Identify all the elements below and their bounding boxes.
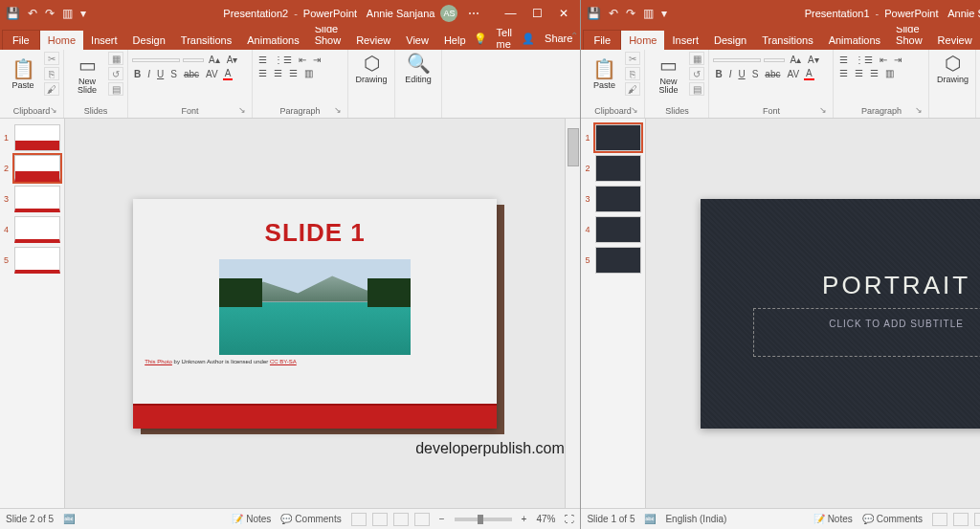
increase-font-icon[interactable]: A▴ <box>207 55 222 65</box>
slide[interactable]: PORTRAIT CLICK TO ADD SUBTITLE <box>701 199 980 429</box>
zoom-level[interactable]: 47% <box>536 514 555 524</box>
strike-button[interactable]: abc <box>763 69 782 79</box>
scroll-thumb[interactable] <box>568 128 579 166</box>
drawing-button[interactable]: ⬡ Drawing <box>352 52 390 84</box>
tab-review[interactable]: Review <box>348 31 398 50</box>
slide-thumb[interactable] <box>14 247 60 274</box>
thumbnail-pane[interactable]: 1 2 3 4 5 <box>581 119 646 508</box>
launcher-icon[interactable]: ↘ <box>334 105 342 115</box>
paste-button[interactable]: 📋 Paste <box>585 57 623 90</box>
spell-check-icon[interactable]: 🔤 <box>63 514 75 524</box>
tab-file[interactable]: File <box>2 30 40 50</box>
font-name-input[interactable] <box>713 58 761 62</box>
paste-button[interactable]: 📋 Paste <box>4 57 42 90</box>
launcher-icon[interactable]: ↘ <box>238 105 246 115</box>
slide-counter[interactable]: Slide 1 of 5 <box>587 514 635 524</box>
save-icon[interactable]: 💾 <box>6 7 20 20</box>
undo-icon[interactable]: ↶ <box>28 7 37 20</box>
format-painter-icon[interactable]: 🖌 <box>625 82 640 96</box>
fit-to-window-icon[interactable]: ⛶ <box>565 514 574 524</box>
align-left-icon[interactable]: ☰ <box>837 68 850 78</box>
reading-view-icon[interactable] <box>393 513 409 526</box>
font-size-input[interactable] <box>764 58 785 62</box>
shadow-button[interactable]: S <box>168 69 179 79</box>
slide-title[interactable]: SLIDE 1 <box>133 199 497 248</box>
zoom-in-icon[interactable]: + <box>522 514 527 524</box>
columns-icon[interactable]: ▥ <box>302 68 315 78</box>
launcher-icon[interactable]: ↘ <box>915 105 923 115</box>
slide-thumb[interactable] <box>14 155 60 182</box>
cut-icon[interactable]: ✂ <box>44 52 59 65</box>
tab-design[interactable]: Design <box>706 31 754 50</box>
start-from-beginning-icon[interactable]: ▥ <box>62 7 73 20</box>
bold-button[interactable]: B <box>132 69 143 79</box>
start-from-beginning-icon[interactable]: ▥ <box>643 7 654 20</box>
bold-button[interactable]: B <box>713 69 724 79</box>
columns-icon[interactable]: ▥ <box>883 68 896 78</box>
zoom-out-icon[interactable]: − <box>439 514 445 524</box>
slide-thumb[interactable] <box>595 247 641 274</box>
format-painter-icon[interactable]: 🖌 <box>44 82 59 96</box>
slide-canvas[interactable]: PORTRAIT CLICK TO ADD SUBTITLE <box>646 119 980 508</box>
spell-check-icon[interactable]: 🔤 <box>644 514 656 524</box>
launcher-icon[interactable]: ↘ <box>819 105 827 115</box>
normal-view-icon[interactable] <box>351 513 367 526</box>
indent-inc-icon[interactable]: ⇥ <box>311 55 323 65</box>
tab-transitions[interactable]: Transitions <box>173 31 239 50</box>
vertical-scrollbar[interactable] <box>565 119 580 508</box>
save-icon[interactable]: 💾 <box>587 7 601 20</box>
font-color-icon[interactable]: A <box>223 68 234 80</box>
sorter-view-icon[interactable] <box>372 513 388 526</box>
tab-home[interactable]: Home <box>40 31 83 50</box>
reset-icon[interactable]: ↺ <box>108 67 123 80</box>
increase-font-icon[interactable]: A▴ <box>788 55 803 65</box>
subtitle-placeholder[interactable]: CLICK TO ADD SUBTITLE <box>753 308 980 357</box>
shadow-button[interactable]: S <box>750 69 761 79</box>
indent-dec-icon[interactable]: ⇤ <box>878 55 889 65</box>
indent-dec-icon[interactable]: ⇤ <box>297 55 308 65</box>
undo-icon[interactable]: ↶ <box>609 7 618 20</box>
tab-insert[interactable]: Insert <box>83 31 125 50</box>
font-color-icon[interactable]: A <box>804 68 814 80</box>
slide-thumb[interactable] <box>595 155 641 182</box>
tab-file[interactable]: File <box>583 30 621 50</box>
user-name[interactable]: Annie Sanjana <box>947 8 980 19</box>
tellme-button[interactable]: Tell me <box>497 27 513 50</box>
underline-button[interactable]: U <box>736 69 746 79</box>
layout-icon[interactable]: ▦ <box>689 52 704 65</box>
strike-button[interactable]: abc <box>182 69 201 79</box>
avatar[interactable]: AS <box>440 5 457 22</box>
close-button[interactable]: ✕ <box>551 0 576 27</box>
slide-thumb[interactable] <box>14 124 60 151</box>
font-size-input[interactable] <box>183 58 204 62</box>
align-right-icon[interactable]: ☰ <box>868 68 880 78</box>
bullets-icon[interactable]: ☰ <box>837 55 850 65</box>
collapse-ribbon-icon[interactable]: ⌃ <box>570 31 578 41</box>
comments-button[interactable]: 💬 Comments <box>280 514 341 524</box>
decrease-font-icon[interactable]: A▾ <box>225 55 240 65</box>
align-left-icon[interactable]: ☰ <box>256 68 269 78</box>
user-name[interactable]: Annie Sanjana <box>367 8 435 19</box>
launcher-icon[interactable]: ↘ <box>631 105 638 115</box>
slide-counter[interactable]: Slide 2 of 5 <box>6 514 54 524</box>
zoom-slider[interactable] <box>455 518 512 521</box>
normal-view-icon[interactable] <box>932 513 947 526</box>
spacing-icon[interactable]: AV <box>204 69 220 79</box>
italic-button[interactable]: I <box>145 69 152 79</box>
numbering-icon[interactable]: ⋮☰ <box>853 55 875 65</box>
slide-thumb[interactable] <box>14 216 60 243</box>
align-center-icon[interactable]: ☰ <box>853 68 865 78</box>
copy-icon[interactable]: ⎘ <box>625 67 640 80</box>
redo-icon[interactable]: ↷ <box>626 7 635 20</box>
image-caption[interactable]: This Photo by Unknown Author is licensed… <box>133 355 497 368</box>
copy-icon[interactable]: ⎘ <box>44 67 59 80</box>
spacing-icon[interactable]: AV <box>785 69 801 79</box>
font-name-input[interactable] <box>132 58 180 62</box>
thumbnail-pane[interactable]: 1 2 3 4 5 <box>0 119 65 508</box>
notes-button[interactable]: 📝 Notes <box>813 514 853 524</box>
slide-title[interactable]: PORTRAIT <box>822 271 970 300</box>
indent-inc-icon[interactable]: ⇥ <box>892 55 903 65</box>
tab-animations[interactable]: Animations <box>821 31 888 50</box>
align-center-icon[interactable]: ☰ <box>272 68 284 78</box>
slide-thumb[interactable] <box>595 186 641 212</box>
